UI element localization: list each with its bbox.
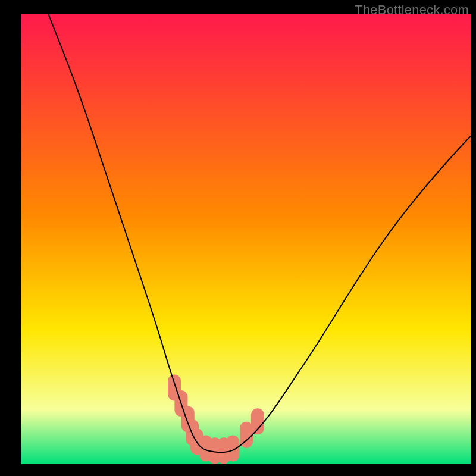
highlight-marker [226, 436, 239, 462]
bottleneck-chart [0, 0, 476, 476]
highlight-marker [251, 408, 264, 434]
plot-background [21, 14, 471, 464]
watermark-text: TheBottleneck.com [355, 2, 469, 18]
